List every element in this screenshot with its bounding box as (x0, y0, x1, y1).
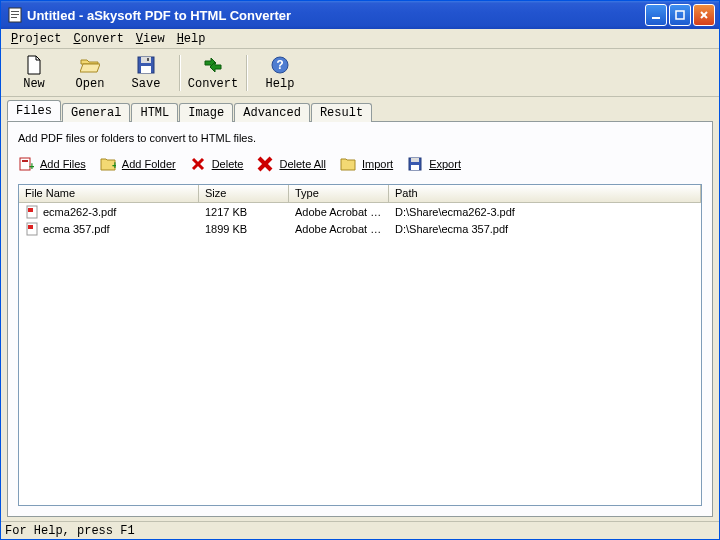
delete-label: Delete (212, 158, 244, 170)
toolbar-new-button[interactable]: New (7, 51, 61, 95)
toolbar-separator (179, 55, 180, 91)
add-folder-icon: + (100, 156, 116, 172)
svg-text:+: + (112, 160, 116, 171)
toolbar-save-button[interactable]: Save (119, 51, 173, 95)
cell-filename: ecma 357.pdf (19, 221, 199, 237)
table-row[interactable]: ecma 357.pdf1899 KBAdobe Acrobat 7...D:\… (19, 220, 701, 237)
cell-type: Adobe Acrobat 7... (289, 205, 389, 219)
tab-advanced[interactable]: Advanced (234, 103, 310, 122)
cell-size: 1899 KB (199, 222, 289, 236)
delete-all-button[interactable]: Delete All (257, 156, 325, 172)
add-files-label: Add Files (40, 158, 86, 170)
menu-help[interactable]: Help (171, 30, 212, 48)
delete-button[interactable]: Delete (190, 156, 244, 172)
svg-rect-3 (11, 17, 17, 18)
open-folder-icon (80, 55, 100, 75)
import-icon (340, 156, 356, 172)
svg-rect-10 (141, 66, 151, 73)
svg-rect-5 (676, 11, 684, 19)
toolbar-help-label: Help (266, 77, 295, 91)
add-files-button[interactable]: + Add Files (18, 156, 86, 172)
delete-all-label: Delete All (279, 158, 325, 170)
svg-rect-15 (22, 160, 28, 162)
cell-size: 1217 KB (199, 205, 289, 219)
col-path[interactable]: Path (389, 185, 701, 202)
svg-rect-28 (28, 225, 33, 229)
status-text: For Help, press F1 (5, 524, 135, 538)
toolbar-save-label: Save (132, 77, 161, 91)
minimize-button[interactable] (645, 4, 667, 26)
menubar: Project Convert View Help (1, 29, 719, 49)
svg-rect-11 (147, 58, 149, 61)
client-area: Files General HTML Image Advanced Result… (1, 97, 719, 521)
col-type[interactable]: Type (289, 185, 389, 202)
export-button[interactable]: Export (407, 156, 461, 172)
svg-rect-26 (28, 208, 33, 212)
svg-text:+: + (29, 161, 34, 172)
cell-path: D:\Share\ecma262-3.pdf (389, 205, 701, 219)
svg-rect-4 (652, 17, 660, 19)
col-size[interactable]: Size (199, 185, 289, 202)
convert-icon (203, 55, 223, 75)
file-list[interactable]: File Name Size Type Path ecma262-3.pdf12… (18, 184, 702, 506)
status-bar: For Help, press F1 (1, 521, 719, 539)
app-window: Untitled - aSkysoft PDF to HTML Converte… (0, 0, 720, 540)
pdf-file-icon (25, 205, 39, 219)
svg-rect-9 (141, 57, 151, 63)
new-file-icon (24, 55, 44, 75)
svg-rect-23 (411, 158, 419, 162)
close-button[interactable] (693, 4, 715, 26)
col-filename[interactable]: File Name (19, 185, 199, 202)
add-folder-button[interactable]: + Add Folder (100, 156, 176, 172)
import-button[interactable]: Import (340, 156, 393, 172)
add-files-icon: + (18, 156, 34, 172)
svg-rect-2 (11, 14, 19, 15)
app-icon (7, 7, 23, 23)
svg-rect-1 (11, 11, 19, 12)
menu-project[interactable]: Project (5, 30, 67, 48)
toolbar-convert-button[interactable]: Convert (186, 51, 240, 95)
delete-icon (190, 156, 206, 172)
toolbar-open-label: Open (76, 77, 105, 91)
menu-view[interactable]: View (130, 30, 171, 48)
svg-rect-24 (411, 165, 419, 170)
toolbar-separator (246, 55, 247, 91)
cell-filename: ecma262-3.pdf (19, 204, 199, 220)
toolbar-convert-label: Convert (188, 77, 238, 91)
tab-html[interactable]: HTML (131, 103, 178, 122)
toolbar: New Open Save Convert ? Help (1, 49, 719, 97)
toolbar-help-button[interactable]: ? Help (253, 51, 307, 95)
svg-text:?: ? (276, 59, 283, 73)
save-disk-icon (136, 55, 156, 75)
toolbar-open-button[interactable]: Open (63, 51, 117, 95)
action-bar: + Add Files + Add Folder Delete Delete A… (18, 156, 702, 172)
pdf-file-icon (25, 222, 39, 236)
maximize-button[interactable] (669, 4, 691, 26)
export-icon (407, 156, 423, 172)
tab-result[interactable]: Result (311, 103, 372, 122)
export-label: Export (429, 158, 461, 170)
delete-all-icon (257, 156, 273, 172)
tab-image[interactable]: Image (179, 103, 233, 122)
instructions-text: Add PDF files or folders to convert to H… (18, 132, 702, 144)
window-buttons (645, 4, 715, 26)
menu-convert[interactable]: Convert (67, 30, 129, 48)
import-label: Import (362, 158, 393, 170)
titlebar: Untitled - aSkysoft PDF to HTML Converte… (1, 1, 719, 29)
cell-path: D:\Share\ecma 357.pdf (389, 222, 701, 236)
tab-files[interactable]: Files (7, 100, 61, 121)
tab-panel-files: Add PDF files or folders to convert to H… (7, 121, 713, 517)
tab-strip: Files General HTML Image Advanced Result (7, 101, 713, 121)
cell-type: Adobe Acrobat 7... (289, 222, 389, 236)
help-icon: ? (270, 55, 290, 75)
list-body: ecma262-3.pdf1217 KBAdobe Acrobat 7...D:… (19, 203, 701, 505)
table-row[interactable]: ecma262-3.pdf1217 KBAdobe Acrobat 7...D:… (19, 203, 701, 220)
add-folder-label: Add Folder (122, 158, 176, 170)
tab-general[interactable]: General (62, 103, 130, 122)
window-title: Untitled - aSkysoft PDF to HTML Converte… (27, 8, 645, 23)
list-header: File Name Size Type Path (19, 185, 701, 203)
toolbar-new-label: New (23, 77, 45, 91)
